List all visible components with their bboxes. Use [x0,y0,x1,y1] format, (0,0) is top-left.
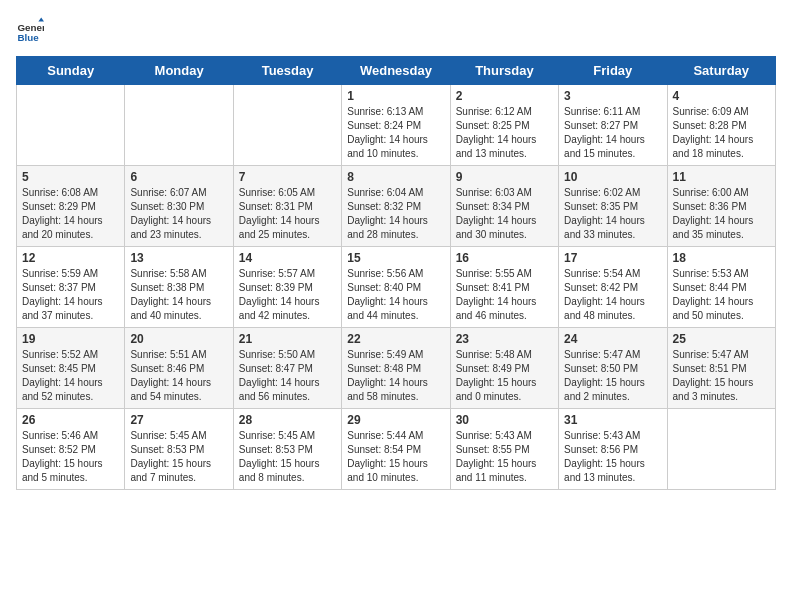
day-info: Sunrise: 6:03 AM Sunset: 8:34 PM Dayligh… [456,186,553,242]
day-info: Sunrise: 6:04 AM Sunset: 8:32 PM Dayligh… [347,186,444,242]
calendar-cell: 20Sunrise: 5:51 AM Sunset: 8:46 PM Dayli… [125,328,233,409]
svg-marker-2 [38,17,44,21]
calendar-cell [17,85,125,166]
weekday-header-monday: Monday [125,57,233,85]
calendar-cell: 5Sunrise: 6:08 AM Sunset: 8:29 PM Daylig… [17,166,125,247]
weekday-header-row: SundayMondayTuesdayWednesdayThursdayFrid… [17,57,776,85]
day-info: Sunrise: 5:54 AM Sunset: 8:42 PM Dayligh… [564,267,661,323]
day-number: 31 [564,413,661,427]
day-info: Sunrise: 6:13 AM Sunset: 8:24 PM Dayligh… [347,105,444,161]
calendar-week-row: 19Sunrise: 5:52 AM Sunset: 8:45 PM Dayli… [17,328,776,409]
calendar-cell: 19Sunrise: 5:52 AM Sunset: 8:45 PM Dayli… [17,328,125,409]
day-number: 8 [347,170,444,184]
calendar-week-row: 26Sunrise: 5:46 AM Sunset: 8:52 PM Dayli… [17,409,776,490]
page-header: General Blue [16,16,776,44]
day-number: 26 [22,413,119,427]
day-number: 4 [673,89,770,103]
day-info: Sunrise: 5:56 AM Sunset: 8:40 PM Dayligh… [347,267,444,323]
day-number: 22 [347,332,444,346]
day-number: 11 [673,170,770,184]
calendar-cell: 29Sunrise: 5:44 AM Sunset: 8:54 PM Dayli… [342,409,450,490]
calendar-week-row: 12Sunrise: 5:59 AM Sunset: 8:37 PM Dayli… [17,247,776,328]
calendar-cell: 15Sunrise: 5:56 AM Sunset: 8:40 PM Dayli… [342,247,450,328]
day-info: Sunrise: 6:09 AM Sunset: 8:28 PM Dayligh… [673,105,770,161]
calendar-cell: 12Sunrise: 5:59 AM Sunset: 8:37 PM Dayli… [17,247,125,328]
calendar-cell: 26Sunrise: 5:46 AM Sunset: 8:52 PM Dayli… [17,409,125,490]
day-number: 10 [564,170,661,184]
weekday-header-friday: Friday [559,57,667,85]
logo: General Blue [16,16,48,44]
weekday-header-saturday: Saturday [667,57,775,85]
calendar-cell: 14Sunrise: 5:57 AM Sunset: 8:39 PM Dayli… [233,247,341,328]
day-info: Sunrise: 5:46 AM Sunset: 8:52 PM Dayligh… [22,429,119,485]
calendar-week-row: 5Sunrise: 6:08 AM Sunset: 8:29 PM Daylig… [17,166,776,247]
day-info: Sunrise: 5:44 AM Sunset: 8:54 PM Dayligh… [347,429,444,485]
day-info: Sunrise: 5:58 AM Sunset: 8:38 PM Dayligh… [130,267,227,323]
calendar-cell: 31Sunrise: 5:43 AM Sunset: 8:56 PM Dayli… [559,409,667,490]
calendar-cell: 3Sunrise: 6:11 AM Sunset: 8:27 PM Daylig… [559,85,667,166]
calendar-cell: 2Sunrise: 6:12 AM Sunset: 8:25 PM Daylig… [450,85,558,166]
calendar-cell [233,85,341,166]
calendar-cell: 9Sunrise: 6:03 AM Sunset: 8:34 PM Daylig… [450,166,558,247]
day-info: Sunrise: 5:55 AM Sunset: 8:41 PM Dayligh… [456,267,553,323]
day-info: Sunrise: 5:59 AM Sunset: 8:37 PM Dayligh… [22,267,119,323]
day-info: Sunrise: 6:05 AM Sunset: 8:31 PM Dayligh… [239,186,336,242]
day-info: Sunrise: 5:45 AM Sunset: 8:53 PM Dayligh… [239,429,336,485]
calendar-week-row: 1Sunrise: 6:13 AM Sunset: 8:24 PM Daylig… [17,85,776,166]
day-info: Sunrise: 6:11 AM Sunset: 8:27 PM Dayligh… [564,105,661,161]
day-number: 18 [673,251,770,265]
calendar-cell: 7Sunrise: 6:05 AM Sunset: 8:31 PM Daylig… [233,166,341,247]
day-number: 5 [22,170,119,184]
day-info: Sunrise: 6:12 AM Sunset: 8:25 PM Dayligh… [456,105,553,161]
day-number: 28 [239,413,336,427]
day-number: 21 [239,332,336,346]
calendar-cell: 8Sunrise: 6:04 AM Sunset: 8:32 PM Daylig… [342,166,450,247]
day-info: Sunrise: 6:08 AM Sunset: 8:29 PM Dayligh… [22,186,119,242]
calendar-table: SundayMondayTuesdayWednesdayThursdayFrid… [16,56,776,490]
day-info: Sunrise: 5:48 AM Sunset: 8:49 PM Dayligh… [456,348,553,404]
weekday-header-thursday: Thursday [450,57,558,85]
weekday-header-sunday: Sunday [17,57,125,85]
day-info: Sunrise: 5:47 AM Sunset: 8:50 PM Dayligh… [564,348,661,404]
calendar-cell: 21Sunrise: 5:50 AM Sunset: 8:47 PM Dayli… [233,328,341,409]
calendar-cell: 24Sunrise: 5:47 AM Sunset: 8:50 PM Dayli… [559,328,667,409]
calendar-cell: 22Sunrise: 5:49 AM Sunset: 8:48 PM Dayli… [342,328,450,409]
day-number: 24 [564,332,661,346]
calendar-cell: 10Sunrise: 6:02 AM Sunset: 8:35 PM Dayli… [559,166,667,247]
day-number: 1 [347,89,444,103]
day-info: Sunrise: 6:02 AM Sunset: 8:35 PM Dayligh… [564,186,661,242]
day-number: 30 [456,413,553,427]
day-info: Sunrise: 5:47 AM Sunset: 8:51 PM Dayligh… [673,348,770,404]
day-number: 29 [347,413,444,427]
day-number: 7 [239,170,336,184]
calendar-cell: 30Sunrise: 5:43 AM Sunset: 8:55 PM Dayli… [450,409,558,490]
day-info: Sunrise: 5:45 AM Sunset: 8:53 PM Dayligh… [130,429,227,485]
calendar-cell: 13Sunrise: 5:58 AM Sunset: 8:38 PM Dayli… [125,247,233,328]
calendar-cell: 16Sunrise: 5:55 AM Sunset: 8:41 PM Dayli… [450,247,558,328]
calendar-cell: 25Sunrise: 5:47 AM Sunset: 8:51 PM Dayli… [667,328,775,409]
calendar-cell [667,409,775,490]
calendar-cell: 6Sunrise: 6:07 AM Sunset: 8:30 PM Daylig… [125,166,233,247]
day-info: Sunrise: 5:43 AM Sunset: 8:55 PM Dayligh… [456,429,553,485]
svg-text:Blue: Blue [17,32,39,43]
day-number: 6 [130,170,227,184]
weekday-header-wednesday: Wednesday [342,57,450,85]
calendar-cell: 27Sunrise: 5:45 AM Sunset: 8:53 PM Dayli… [125,409,233,490]
day-number: 9 [456,170,553,184]
day-number: 15 [347,251,444,265]
day-number: 19 [22,332,119,346]
calendar-cell: 11Sunrise: 6:00 AM Sunset: 8:36 PM Dayli… [667,166,775,247]
day-number: 20 [130,332,227,346]
day-number: 23 [456,332,553,346]
day-info: Sunrise: 5:53 AM Sunset: 8:44 PM Dayligh… [673,267,770,323]
day-number: 17 [564,251,661,265]
day-number: 13 [130,251,227,265]
calendar-cell: 4Sunrise: 6:09 AM Sunset: 8:28 PM Daylig… [667,85,775,166]
calendar-cell: 17Sunrise: 5:54 AM Sunset: 8:42 PM Dayli… [559,247,667,328]
day-info: Sunrise: 5:52 AM Sunset: 8:45 PM Dayligh… [22,348,119,404]
day-number: 2 [456,89,553,103]
day-number: 3 [564,89,661,103]
calendar-cell: 23Sunrise: 5:48 AM Sunset: 8:49 PM Dayli… [450,328,558,409]
logo-icon: General Blue [16,16,44,44]
day-info: Sunrise: 5:57 AM Sunset: 8:39 PM Dayligh… [239,267,336,323]
